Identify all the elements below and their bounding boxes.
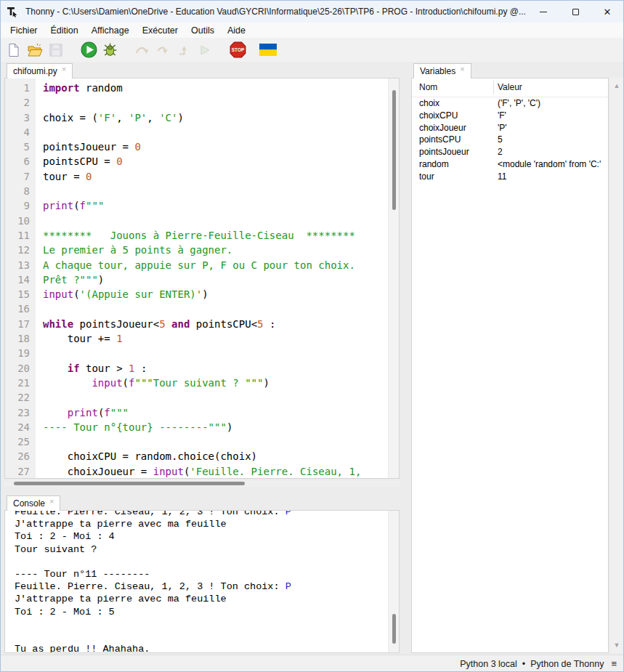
- menu-item-executer[interactable]: Exécuter: [136, 24, 185, 37]
- run-script-button[interactable]: [79, 41, 98, 60]
- code-line[interactable]: ---- Tour n°{tour} --------"""): [43, 420, 388, 434]
- scroll-down-icon[interactable]: ▼: [610, 641, 623, 649]
- code-line[interactable]: choix = ('F', 'P', 'C'): [43, 110, 388, 125]
- editor-vertical-scrollbar[interactable]: [388, 78, 399, 478]
- code-line[interactable]: [43, 125, 388, 139]
- minimize-button[interactable]: [527, 1, 559, 23]
- step-into-icon: [155, 43, 170, 57]
- code-line[interactable]: choixJoueur = input('Feuille. Pierre. Ci…: [43, 464, 388, 478]
- line-number: 14: [5, 272, 36, 287]
- backend-label[interactable]: Python 3 local: [460, 659, 517, 669]
- variable-row[interactable]: pointsCPU5: [412, 134, 608, 146]
- debug-script-button[interactable]: [100, 41, 119, 60]
- code-line[interactable]: [43, 434, 388, 449]
- status-separator: •: [522, 659, 525, 669]
- variable-row[interactable]: choixCPU'F': [412, 110, 608, 122]
- line-number: 27: [5, 464, 36, 479]
- variable-row[interactable]: tour11: [412, 171, 608, 183]
- variable-value: 'P': [498, 122, 607, 134]
- code-line[interactable]: [43, 214, 388, 228]
- line-number: 4: [5, 125, 36, 139]
- code-line[interactable]: pointsCPU = 0: [43, 154, 388, 169]
- line-number: 1: [5, 81, 36, 95]
- variables-header: Nom Valeur: [412, 78, 608, 97]
- code-line[interactable]: ******** Jouons à Pierre-Feuille-Ciseau …: [43, 228, 388, 243]
- backend-menu-icon[interactable]: ≡: [611, 658, 617, 669]
- line-number: 17: [5, 317, 36, 331]
- console-line: Feuille. Pierre. Ciseau, 1, 2, 3 ! Ton c…: [15, 580, 388, 593]
- code-line[interactable]: Le premier à 5 points à gagner.: [43, 243, 388, 257]
- console-line: Tour suivant ?: [15, 543, 388, 556]
- step-into-button[interactable]: [153, 41, 172, 60]
- code-line[interactable]: A chaque tour, appuie sur P, F ou C pour…: [43, 258, 388, 272]
- stop-icon: STOP: [229, 41, 247, 59]
- menu-item-edition[interactable]: Édition: [44, 24, 85, 37]
- variable-row[interactable]: random<module 'random' from 'C:': [412, 158, 608, 171]
- code-line[interactable]: choixCPU = random.choice(choix): [43, 449, 388, 463]
- menu-item-fichier[interactable]: Fichier: [4, 24, 44, 37]
- save-file-button[interactable]: [46, 41, 65, 60]
- scroll-up-icon[interactable]: ▲: [610, 82, 623, 89]
- save-file-icon: [49, 43, 63, 57]
- console-scrollbar-thumb[interactable]: [392, 614, 396, 644]
- code-line[interactable]: [43, 184, 388, 198]
- tab-close-icon[interactable]: ×: [62, 65, 66, 73]
- run-script-icon: [81, 41, 97, 58]
- tab-console[interactable]: Console ×: [7, 495, 60, 511]
- editor-horizontal-scrollbar[interactable]: [4, 480, 400, 487]
- code-line[interactable]: print(f""": [43, 198, 388, 213]
- tab-variables[interactable]: Variables ×: [413, 63, 471, 78]
- menu-item-outils[interactable]: Outils: [185, 24, 221, 37]
- editor-hscrollbar-thumb[interactable]: [14, 482, 245, 485]
- variable-row[interactable]: pointsJoueur2: [412, 146, 608, 158]
- line-number: 10: [5, 214, 36, 228]
- close-button[interactable]: ✕: [591, 1, 623, 23]
- console-line: Tu as perdu !! Ahahaha.: [15, 643, 388, 652]
- tab-chifoumi[interactable]: chifoumi.py ×: [7, 63, 73, 78]
- code-line[interactable]: [43, 301, 388, 316]
- code-line[interactable]: [43, 390, 388, 405]
- editor-scrollbar-thumb[interactable]: [392, 90, 396, 210]
- console-panel[interactable]: Feuille. Pierre. Ciseau, 1, 2, 3 ! Ton c…: [4, 510, 400, 653]
- code-line[interactable]: print(f""": [43, 405, 388, 420]
- code-line[interactable]: input('(Appuie sur ENTER)'): [43, 287, 388, 301]
- console-line: [15, 631, 388, 643]
- menu-item-affichage[interactable]: Affichage: [85, 24, 136, 37]
- console-output[interactable]: Feuille. Pierre. Ciseau, 1, 2, 3 ! Ton c…: [5, 510, 388, 652]
- code-line[interactable]: [43, 346, 388, 360]
- code-line[interactable]: while pointsJoueur<5 and pointsCPU<5 :: [43, 317, 388, 331]
- line-number: 23: [5, 405, 36, 420]
- column-header-valeur: Valeur: [498, 82, 522, 92]
- menu-bar: FichierÉditionAffichageExécuterOutilsAid…: [1, 23, 623, 38]
- open-file-button[interactable]: [25, 41, 44, 60]
- maximize-button[interactable]: [559, 1, 591, 23]
- line-number: 22: [5, 390, 36, 405]
- code-line[interactable]: import random: [43, 81, 388, 95]
- code-line[interactable]: tour = 0: [43, 169, 388, 184]
- variable-row[interactable]: choixJoueur'P': [412, 122, 608, 134]
- code-line[interactable]: input(f"""Tour suivant ? """): [43, 376, 388, 390]
- menu-item-aide[interactable]: Aide: [221, 24, 252, 37]
- ukraine-flag-button[interactable]: [259, 41, 277, 60]
- variable-value: ('F', 'P', 'C'): [498, 97, 607, 110]
- column-divider: [493, 81, 494, 94]
- line-number: 15: [5, 287, 36, 301]
- stop-button[interactable]: STOP: [228, 41, 247, 60]
- step-out-button[interactable]: [174, 41, 193, 60]
- editor-code[interactable]: import random choix = ('F', 'P', 'C') po…: [36, 78, 388, 478]
- code-line[interactable]: Prêt ?"""): [43, 272, 388, 287]
- console-vertical-scrollbar[interactable]: [388, 511, 399, 652]
- code-line[interactable]: if tour > 1 :: [43, 361, 388, 376]
- code-line[interactable]: [43, 95, 388, 110]
- variables-scrollbar[interactable]: ▲ ▼: [610, 78, 623, 653]
- tab-close-icon[interactable]: ×: [460, 65, 464, 73]
- tab-close-icon[interactable]: ×: [49, 497, 54, 506]
- variable-row[interactable]: choix('F', 'P', 'C'): [412, 97, 608, 110]
- new-file-button[interactable]: [4, 41, 23, 60]
- interpreter-label[interactable]: Python de Thonny: [530, 659, 604, 669]
- code-line[interactable]: tour += 1: [43, 331, 388, 346]
- resume-button[interactable]: [195, 41, 214, 60]
- editor-panel[interactable]: 1234567891011121314151617181920212223242…: [4, 78, 400, 479]
- code-line[interactable]: pointsJoueur = 0: [43, 139, 388, 154]
- step-over-button[interactable]: [132, 41, 151, 60]
